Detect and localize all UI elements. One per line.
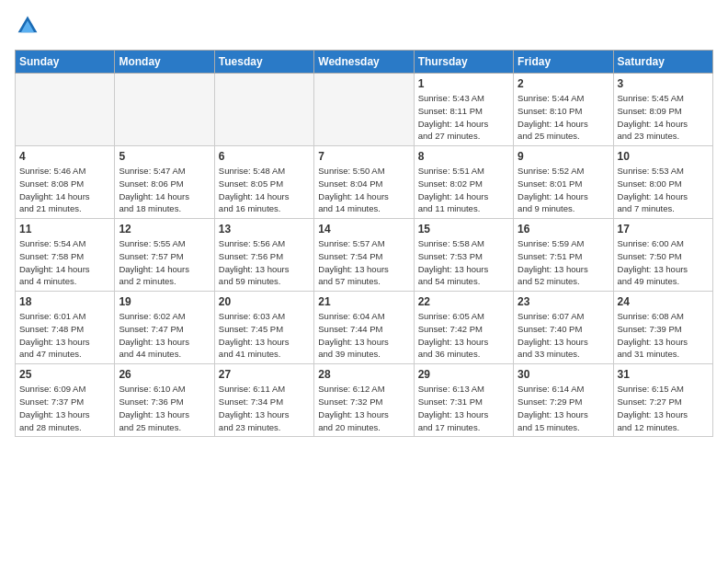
- day-number: 12: [119, 223, 210, 236]
- empty-cell: [214, 74, 313, 146]
- day-info: Sunrise: 6:11 AMSunset: 7:34 PMDaylight:…: [219, 383, 310, 433]
- day-number: 1: [418, 77, 509, 90]
- day-info: Sunrise: 5:57 AMSunset: 7:54 PMDaylight:…: [318, 237, 409, 288]
- day-info: Sunrise: 6:02 AMSunset: 7:47 PMDaylight:…: [119, 310, 210, 361]
- day-cell-17: 17Sunrise: 6:00 AMSunset: 7:50 PMDayligh…: [613, 219, 712, 292]
- day-number: 5: [119, 150, 210, 163]
- day-info: Sunrise: 5:59 AMSunset: 7:51 PMDaylight:…: [518, 237, 609, 288]
- day-cell-23: 23Sunrise: 6:07 AMSunset: 7:40 PMDayligh…: [514, 292, 613, 364]
- day-info: Sunrise: 6:00 AMSunset: 7:50 PMDaylight:…: [618, 237, 709, 288]
- day-number: 28: [318, 368, 409, 381]
- day-info: Sunrise: 6:07 AMSunset: 7:40 PMDaylight:…: [518, 310, 609, 361]
- day-cell-25: 25Sunrise: 6:09 AMSunset: 7:37 PMDayligh…: [16, 364, 115, 437]
- day-info: Sunrise: 6:04 AMSunset: 7:44 PMDaylight:…: [318, 310, 409, 361]
- header-row: SundayMondayTuesdayWednesdayThursdayFrid…: [16, 51, 713, 74]
- day-info: Sunrise: 5:47 AMSunset: 8:06 PMDaylight:…: [119, 165, 210, 215]
- day-cell-6: 6Sunrise: 5:48 AMSunset: 8:05 PMDaylight…: [214, 146, 313, 219]
- day-number: 23: [518, 295, 609, 308]
- week-row-5: 25Sunrise: 6:09 AMSunset: 7:37 PMDayligh…: [16, 364, 713, 437]
- day-number: 7: [318, 150, 409, 163]
- day-cell-2: 2Sunrise: 5:44 AMSunset: 8:10 PMDaylight…: [514, 74, 613, 146]
- day-number: 26: [119, 368, 210, 381]
- day-cell-1: 1Sunrise: 5:43 AMSunset: 8:11 PMDaylight…: [414, 74, 513, 146]
- day-info: Sunrise: 5:48 AMSunset: 8:05 PMDaylight:…: [219, 165, 310, 215]
- day-info: Sunrise: 6:03 AMSunset: 7:45 PMDaylight:…: [219, 310, 310, 361]
- week-row-4: 18Sunrise: 6:01 AMSunset: 7:48 PMDayligh…: [16, 292, 713, 364]
- day-number: 16: [518, 223, 609, 236]
- day-number: 29: [418, 368, 509, 381]
- day-info: Sunrise: 5:56 AMSunset: 7:56 PMDaylight:…: [219, 237, 310, 288]
- day-info: Sunrise: 6:13 AMSunset: 7:31 PMDaylight:…: [418, 383, 509, 433]
- day-info: Sunrise: 5:45 AMSunset: 8:09 PMDaylight:…: [618, 92, 709, 143]
- empty-cell: [314, 74, 414, 146]
- day-header-thursday: Thursday: [414, 51, 513, 74]
- day-number: 17: [618, 223, 709, 236]
- logo: [15, 15, 39, 40]
- day-cell-19: 19Sunrise: 6:02 AMSunset: 7:47 PMDayligh…: [115, 292, 214, 364]
- day-cell-14: 14Sunrise: 5:57 AMSunset: 7:54 PMDayligh…: [314, 219, 414, 292]
- day-cell-24: 24Sunrise: 6:08 AMSunset: 7:39 PMDayligh…: [613, 292, 712, 364]
- header: [15, 15, 713, 40]
- day-cell-21: 21Sunrise: 6:04 AMSunset: 7:44 PMDayligh…: [314, 292, 414, 364]
- day-cell-16: 16Sunrise: 5:59 AMSunset: 7:51 PMDayligh…: [514, 219, 613, 292]
- day-number: 27: [219, 368, 310, 381]
- day-number: 18: [19, 295, 110, 308]
- day-cell-13: 13Sunrise: 5:56 AMSunset: 7:56 PMDayligh…: [214, 219, 313, 292]
- day-number: 9: [518, 150, 609, 163]
- day-cell-7: 7Sunrise: 5:50 AMSunset: 8:04 PMDaylight…: [314, 146, 414, 219]
- day-header-wednesday: Wednesday: [314, 51, 414, 74]
- day-info: Sunrise: 6:05 AMSunset: 7:42 PMDaylight:…: [418, 310, 509, 361]
- day-number: 6: [219, 150, 310, 163]
- day-header-saturday: Saturday: [613, 51, 712, 74]
- day-number: 2: [518, 77, 609, 90]
- day-cell-28: 28Sunrise: 6:12 AMSunset: 7:32 PMDayligh…: [314, 364, 414, 437]
- day-header-tuesday: Tuesday: [214, 51, 313, 74]
- day-number: 25: [19, 368, 110, 381]
- day-info: Sunrise: 5:43 AMSunset: 8:11 PMDaylight:…: [418, 92, 509, 143]
- day-number: 21: [318, 295, 409, 308]
- day-info: Sunrise: 5:46 AMSunset: 8:08 PMDaylight:…: [19, 165, 110, 215]
- empty-cell: [16, 74, 115, 146]
- week-row-3: 11Sunrise: 5:54 AMSunset: 7:58 PMDayligh…: [16, 219, 713, 292]
- day-number: 15: [418, 223, 509, 236]
- empty-cell: [115, 74, 214, 146]
- day-number: 10: [618, 150, 709, 163]
- day-cell-5: 5Sunrise: 5:47 AMSunset: 8:06 PMDaylight…: [115, 146, 214, 219]
- day-cell-10: 10Sunrise: 5:53 AMSunset: 8:00 PMDayligh…: [613, 146, 712, 219]
- day-cell-9: 9Sunrise: 5:52 AMSunset: 8:01 PMDaylight…: [514, 146, 613, 219]
- day-header-friday: Friday: [514, 51, 613, 74]
- week-row-2: 4Sunrise: 5:46 AMSunset: 8:08 PMDaylight…: [16, 146, 713, 219]
- day-cell-11: 11Sunrise: 5:54 AMSunset: 7:58 PMDayligh…: [16, 219, 115, 292]
- day-cell-18: 18Sunrise: 6:01 AMSunset: 7:48 PMDayligh…: [16, 292, 115, 364]
- day-number: 11: [19, 223, 110, 236]
- day-info: Sunrise: 6:12 AMSunset: 7:32 PMDaylight:…: [318, 383, 409, 433]
- day-number: 19: [119, 295, 210, 308]
- week-row-1: 1Sunrise: 5:43 AMSunset: 8:11 PMDaylight…: [16, 74, 713, 146]
- day-number: 31: [618, 368, 709, 381]
- day-number: 3: [618, 77, 709, 90]
- day-cell-30: 30Sunrise: 6:14 AMSunset: 7:29 PMDayligh…: [514, 364, 613, 437]
- logo-icon: [17, 15, 39, 37]
- day-cell-22: 22Sunrise: 6:05 AMSunset: 7:42 PMDayligh…: [414, 292, 513, 364]
- day-info: Sunrise: 6:15 AMSunset: 7:27 PMDaylight:…: [618, 383, 709, 433]
- day-cell-29: 29Sunrise: 6:13 AMSunset: 7:31 PMDayligh…: [414, 364, 513, 437]
- day-info: Sunrise: 6:09 AMSunset: 7:37 PMDaylight:…: [19, 383, 110, 433]
- day-number: 4: [19, 150, 110, 163]
- day-number: 13: [219, 223, 310, 236]
- day-cell-27: 27Sunrise: 6:11 AMSunset: 7:34 PMDayligh…: [214, 364, 313, 437]
- day-cell-15: 15Sunrise: 5:58 AMSunset: 7:53 PMDayligh…: [414, 219, 513, 292]
- day-cell-3: 3Sunrise: 5:45 AMSunset: 8:09 PMDaylight…: [613, 74, 712, 146]
- day-number: 24: [618, 295, 709, 308]
- day-header-sunday: Sunday: [16, 51, 115, 74]
- day-number: 8: [418, 150, 509, 163]
- day-cell-4: 4Sunrise: 5:46 AMSunset: 8:08 PMDaylight…: [16, 146, 115, 219]
- day-info: Sunrise: 5:52 AMSunset: 8:01 PMDaylight:…: [518, 165, 609, 215]
- day-info: Sunrise: 5:55 AMSunset: 7:57 PMDaylight:…: [119, 237, 210, 288]
- day-number: 30: [518, 368, 609, 381]
- day-info: Sunrise: 5:53 AMSunset: 8:00 PMDaylight:…: [618, 165, 709, 215]
- day-info: Sunrise: 6:14 AMSunset: 7:29 PMDaylight:…: [518, 383, 609, 433]
- day-info: Sunrise: 5:51 AMSunset: 8:02 PMDaylight:…: [418, 165, 509, 215]
- day-number: 22: [418, 295, 509, 308]
- calendar-table: SundayMondayTuesdayWednesdayThursdayFrid…: [15, 50, 713, 437]
- day-info: Sunrise: 5:54 AMSunset: 7:58 PMDaylight:…: [19, 237, 110, 288]
